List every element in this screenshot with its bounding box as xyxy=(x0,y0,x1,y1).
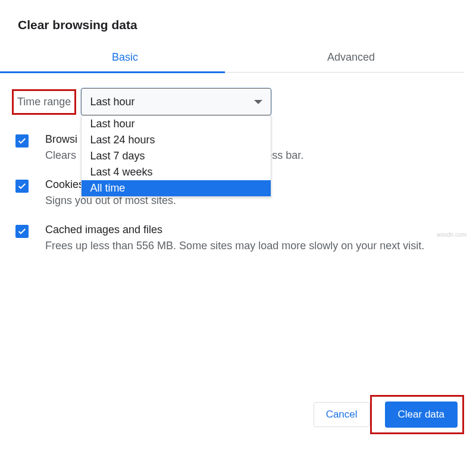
watermark: wsxdn.com xyxy=(437,231,466,238)
select-menu: Last hour Last 24 hours Last 7 days Last… xyxy=(81,115,271,197)
time-range-select[interactable]: Last hour Last hour Last 24 hours Last 7… xyxy=(81,88,271,115)
checkbox-browsing-history[interactable] xyxy=(15,134,29,148)
clear-data-button[interactable]: Clear data xyxy=(385,401,458,428)
checkmark-icon xyxy=(17,136,27,146)
checkbox-cached[interactable] xyxy=(15,225,29,238)
tab-advanced[interactable]: Advanced xyxy=(238,43,464,72)
item-title: Cached images and files xyxy=(45,224,424,236)
tab-basic[interactable]: Basic xyxy=(12,43,238,72)
checkmark-icon xyxy=(17,181,27,191)
checkbox-cookies[interactable] xyxy=(15,180,29,193)
checkmark-icon xyxy=(17,227,27,236)
tabs: Basic Advanced xyxy=(12,43,464,73)
item-desc: Frees up less than 556 MB. Some sites ma… xyxy=(45,239,424,253)
item-cached: Cached images and files Frees up less th… xyxy=(12,224,464,253)
option-all-time[interactable]: All time xyxy=(82,180,271,196)
option-last-7-days[interactable]: Last 7 days xyxy=(82,148,271,164)
item-text: Cached images and files Frees up less th… xyxy=(45,224,424,253)
dialog-footer: Cancel Clear data xyxy=(305,395,464,434)
dialog-title: Clear browsing data xyxy=(18,18,464,32)
option-last-24-hours[interactable]: Last 24 hours xyxy=(82,132,271,148)
cancel-button[interactable]: Cancel xyxy=(314,402,370,427)
option-last-4-weeks[interactable]: Last 4 weeks xyxy=(82,164,271,180)
select-closed[interactable]: Last hour xyxy=(81,88,271,115)
select-value: Last hour xyxy=(90,96,134,108)
time-range-row: Time range Last hour Last hour Last 24 h… xyxy=(12,88,464,115)
time-range-label: Time range xyxy=(12,89,76,115)
chevron-down-icon xyxy=(254,100,262,104)
option-last-hour[interactable]: Last hour xyxy=(82,116,271,132)
tab-indicator xyxy=(0,71,225,73)
highlight-box: Clear data xyxy=(370,395,464,434)
clear-browsing-data-dialog: Clear browsing data Basic Advanced Time … xyxy=(0,0,476,458)
